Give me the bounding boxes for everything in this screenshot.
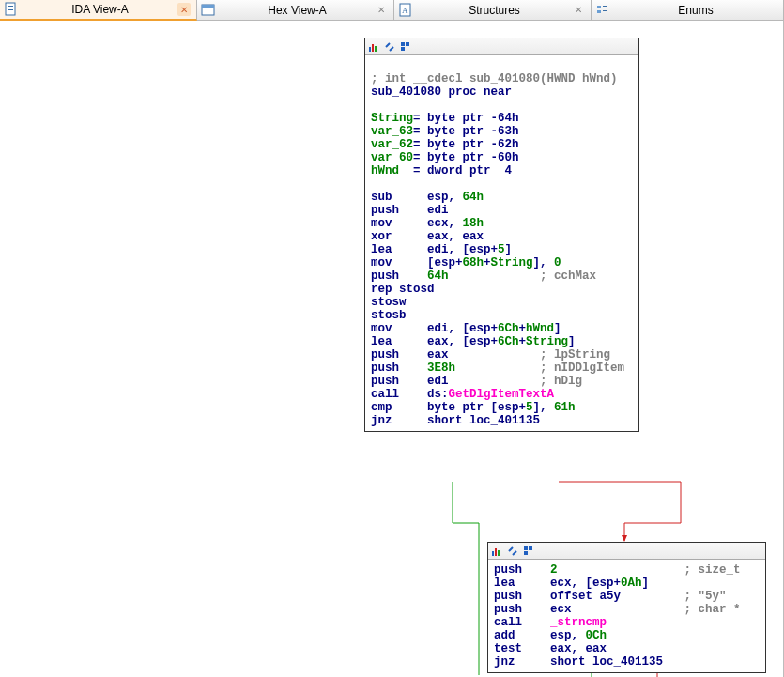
struct-icon: A [398, 3, 413, 18]
svg-rect-8 [597, 6, 601, 8]
svg-rect-23 [524, 551, 528, 555]
tab-label: Enums [614, 4, 777, 17]
svg-rect-9 [597, 10, 601, 13]
tab-label: Hex View-A [220, 4, 375, 17]
graph-node-2[interactable]: push 2 ; size_t lea ecx, [esp+0Ah] push … [487, 542, 766, 673]
enum-icon [595, 3, 610, 18]
link-icon [385, 42, 396, 52]
grid-icon [524, 546, 535, 556]
tab-ida-view[interactable]: IDA View-A ✕ [0, 0, 197, 21]
chart-icon [369, 42, 380, 52]
tab-label: Structures [417, 4, 572, 17]
svg-rect-12 [369, 47, 371, 52]
tab-hex-view[interactable]: Hex View-A ✕ [197, 0, 394, 20]
node-body: push 2 ; size_t lea ecx, [esp+0Ah] push … [488, 560, 765, 672]
svg-rect-14 [375, 46, 377, 52]
svg-rect-10 [603, 6, 607, 7]
graph-node-1[interactable]: ; int __cdecl sub_401080(HWND hWnd) sub_… [364, 38, 639, 432]
svg-rect-13 [372, 44, 374, 52]
close-icon[interactable]: ✕ [375, 4, 388, 17]
svg-rect-3 [8, 9, 13, 10]
graph-canvas[interactable]: ; int __cdecl sub_401080(HWND hWnd) sub_… [0, 21, 784, 677]
svg-rect-2 [8, 8, 13, 8]
close-icon[interactable]: ✕ [177, 3, 191, 16]
svg-rect-18 [492, 551, 494, 556]
svg-rect-22 [529, 546, 532, 550]
svg-rect-5 [202, 5, 214, 8]
chart-icon [492, 546, 503, 556]
svg-rect-20 [498, 550, 500, 556]
svg-text:A: A [402, 6, 408, 15]
svg-rect-15 [401, 42, 405, 46]
svg-rect-21 [524, 546, 528, 550]
close-icon[interactable]: ✕ [572, 4, 585, 17]
tab-structures[interactable]: A Structures ✕ [394, 0, 592, 20]
svg-rect-1 [8, 6, 13, 7]
tab-label: IDA View-A [23, 3, 177, 16]
node-header [365, 38, 638, 55]
link-icon [508, 546, 519, 556]
node-header [488, 543, 765, 560]
svg-rect-17 [401, 47, 405, 51]
tabbar: IDA View-A ✕ Hex View-A ✕ A Structures ✕… [0, 0, 784, 21]
svg-rect-19 [495, 548, 497, 556]
hex-icon [201, 3, 216, 18]
doc-icon [4, 2, 19, 17]
node-body: ; int __cdecl sub_401080(HWND hWnd) sub_… [365, 55, 638, 431]
tab-enums[interactable]: Enums [592, 0, 784, 20]
svg-rect-0 [6, 3, 15, 15]
svg-rect-11 [603, 10, 607, 11]
grid-icon [401, 42, 412, 52]
svg-rect-16 [406, 42, 409, 46]
